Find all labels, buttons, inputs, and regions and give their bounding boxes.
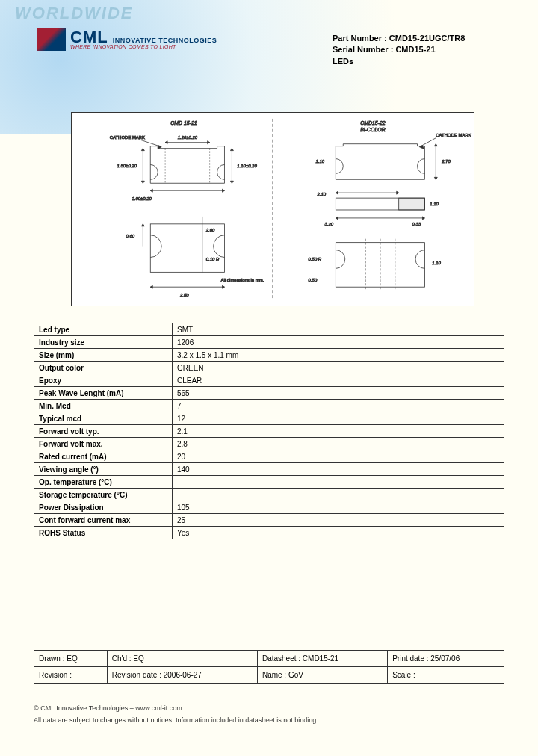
table-row: Peak Wave Lenght (mA)565 <box>34 387 504 400</box>
table-row: EpoxyCLEAR <box>34 374 504 387</box>
spec-value <box>173 476 504 489</box>
spec-label: Forward volt max. <box>34 438 173 450</box>
table-row: Typical mcd12 <box>34 412 504 425</box>
spec-label: ROHS Status <box>34 527 173 539</box>
svg-text:0.10 R: 0.10 R <box>206 257 220 261</box>
table-row: Forward volt typ.2.1 <box>34 425 504 438</box>
svg-text:0.60: 0.60 <box>126 234 135 238</box>
svg-text:2.50: 2.50 <box>179 293 189 297</box>
footer-copyright: © CML Innovative Technologies – www.cml-… <box>34 702 318 714</box>
svg-text:1.50±0.20: 1.50±0.20 <box>117 164 137 168</box>
spec-label: Op. temperature (°C) <box>34 476 173 489</box>
spec-value: 2.1 <box>173 425 504 438</box>
spec-label: Min. Mcd <box>34 400 173 412</box>
table-row: Cont forward current max25 <box>34 514 504 527</box>
table-row: Storage temperature (°C) <box>34 489 504 501</box>
part-number-value: CMD15-21UGC/TR8 <box>389 34 465 43</box>
spec-value: 105 <box>173 501 504 514</box>
svg-rect-29 <box>399 198 425 210</box>
table-row: Output colorGREEN <box>34 362 504 374</box>
table-row: Rated current (mA)20 <box>34 450 504 463</box>
logo-tagline-1: INNOVATIVE TECHNOLOGIES <box>113 37 217 44</box>
table-row: Led typeSMT <box>34 323 504 336</box>
spec-label: Forward volt typ. <box>34 425 173 438</box>
svg-text:2.00±0.20: 2.00±0.20 <box>131 196 152 201</box>
svg-text:0.50: 0.50 <box>309 278 318 282</box>
svg-text:0.33: 0.33 <box>412 222 421 226</box>
logo-tagline-2: WHERE INNOVATION COMES TO LIGHT <box>70 44 217 49</box>
tb-name: Name : GoV <box>257 667 387 684</box>
spec-label: Typical mcd <box>34 412 173 425</box>
tb-datasheet: Datasheet : CMD15-21 <box>257 651 387 667</box>
title-block-table: Drawn : EQ Ch'd : EQ Datasheet : CMD15-2… <box>34 650 504 684</box>
table-row: Min. Mcd7 <box>34 400 504 412</box>
tb-scale: Scale : <box>388 667 504 684</box>
svg-text:2.10: 2.10 <box>317 192 327 196</box>
svg-text:CMD15-22: CMD15-22 <box>360 120 386 126</box>
svg-text:3.20: 3.20 <box>324 222 333 226</box>
table-row: Power Dissipation105 <box>34 501 504 514</box>
spec-value: SMT <box>173 323 504 336</box>
svg-text:2.00: 2.00 <box>205 228 215 232</box>
table-row: Industry size1206 <box>34 336 504 349</box>
spec-value: 20 <box>173 450 504 463</box>
spec-value: 2.8 <box>173 438 504 450</box>
spec-label: Cont forward current max <box>34 514 173 527</box>
spec-label: Viewing angle (°) <box>34 463 173 476</box>
tb-chd: Ch'd : EQ <box>107 651 257 667</box>
table-row: Viewing angle (°)140 <box>34 463 504 476</box>
spec-value: CLEAR <box>173 374 504 387</box>
logo-name: CML <box>70 30 108 45</box>
svg-text:0.50 R: 0.50 R <box>309 257 322 261</box>
logo-icon <box>37 28 66 51</box>
tb-revdate: Revision date : 2006-06-27 <box>107 667 257 684</box>
svg-text:BI-COLOR: BI-COLOR <box>360 127 386 132</box>
spec-label: Storage temperature (°C) <box>34 489 173 501</box>
table-row: Forward volt max.2.8 <box>34 438 504 450</box>
spec-label: Peak Wave Lenght (mA) <box>34 387 173 400</box>
svg-text:1.20±0.20: 1.20±0.20 <box>178 135 198 140</box>
svg-text:1.10: 1.10 <box>430 202 439 206</box>
header-info: Part Number : CMD15-21UGC/TR8 Serial Num… <box>333 33 465 67</box>
spec-value: 140 <box>173 463 504 476</box>
spec-label: Led type <box>34 323 173 336</box>
spec-label: Size (mm) <box>34 349 173 362</box>
svg-text:All dimensions in mm.: All dimensions in mm. <box>221 278 265 282</box>
spec-value: Yes <box>173 527 504 539</box>
category: LEDs <box>333 56 465 67</box>
spec-value: 1206 <box>173 336 504 349</box>
spec-label: Epoxy <box>34 374 173 387</box>
svg-text:CMD 15-21: CMD 15-21 <box>170 120 197 126</box>
tb-printdate: Print date : 25/07/06 <box>388 651 504 667</box>
spec-label: Output color <box>34 362 173 374</box>
watermark-worldwide: WORLDWIDE <box>15 4 134 23</box>
footer-notes: © CML Innovative Technologies – www.cml-… <box>34 702 318 726</box>
svg-text:1.10±0.20: 1.10±0.20 <box>237 164 257 168</box>
svg-text:2.70: 2.70 <box>441 159 451 164</box>
part-number-label: Part Number : <box>333 34 387 43</box>
spec-value: 565 <box>173 387 504 400</box>
serial-number-label: Serial Number : <box>333 45 393 54</box>
spec-value: 7 <box>173 400 504 412</box>
spec-label: Power Dissipation <box>34 501 173 514</box>
serial-number-value: CMD15-21 <box>395 45 435 54</box>
spec-value <box>173 489 504 501</box>
table-row: Size (mm)3.2 x 1.5 x 1.1 mm <box>34 349 504 362</box>
spec-table: Led typeSMTIndustry size1206Size (mm)3.2… <box>34 323 504 539</box>
spec-label: Rated current (mA) <box>34 450 173 463</box>
table-row: ROHS StatusYes <box>34 527 504 539</box>
footer-disclaimer: All data are subject to changes without … <box>34 714 318 726</box>
technical-diagram: CMD 15-21 CMD15-22 BI-COLOR CATHODE MARK… <box>71 112 474 306</box>
spec-value: GREEN <box>173 362 504 374</box>
table-row: Op. temperature (°C) <box>34 476 504 489</box>
tb-revision: Revision : <box>34 667 108 684</box>
spec-label: Industry size <box>34 336 173 349</box>
spec-value: 25 <box>173 514 504 527</box>
svg-text:1.10: 1.10 <box>316 159 325 164</box>
spec-value: 12 <box>173 412 504 425</box>
logo-block: CML INNOVATIVE TECHNOLOGIES WHERE INNOVA… <box>37 28 217 51</box>
spec-value: 3.2 x 1.5 x 1.1 mm <box>173 349 504 362</box>
svg-text:CATHODE MARK: CATHODE MARK <box>110 135 145 140</box>
tb-drawn: Drawn : EQ <box>34 651 108 667</box>
svg-text:1.10: 1.10 <box>432 261 441 265</box>
